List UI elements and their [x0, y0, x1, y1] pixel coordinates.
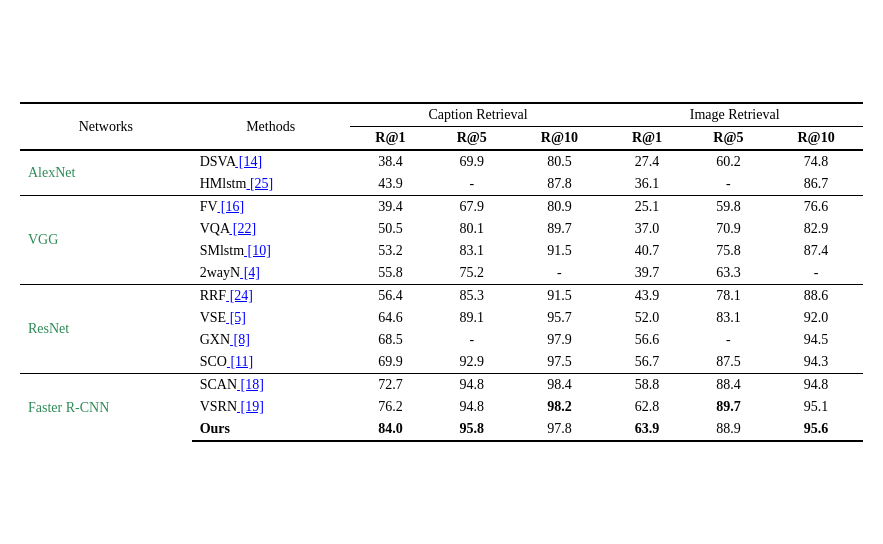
col-r1-caption: R@1 [350, 127, 431, 151]
value-cell-cr5: 92.9 [431, 351, 512, 374]
value-cell-cr1: 64.6 [350, 307, 431, 329]
value-cell-ir5: 59.8 [688, 196, 769, 219]
citation: [22] [229, 221, 256, 236]
value-cell-ir10: 82.9 [769, 218, 863, 240]
value-cell-cr10: 95.7 [513, 307, 607, 329]
value-cell-cr10: 80.5 [513, 150, 607, 173]
citation: [16] [217, 199, 244, 214]
method-cell: SCAN [18] [192, 374, 350, 397]
value-cell-cr10: - [513, 262, 607, 285]
value-cell-cr5: 95.8 [431, 418, 512, 441]
value-cell-cr5: 89.1 [431, 307, 512, 329]
citation: [10] [244, 243, 271, 258]
value-cell-ir1: 43.9 [606, 285, 687, 308]
value-cell-cr10: 97.5 [513, 351, 607, 374]
value-cell-cr1: 69.9 [350, 351, 431, 374]
value-cell-ir1: 56.6 [606, 329, 687, 351]
citation: [4] [240, 265, 260, 280]
citation: [19] [237, 399, 264, 414]
col-header-networks: Networks [20, 103, 192, 150]
value-cell-ir10: 86.7 [769, 173, 863, 196]
method-cell: DSVA [14] [192, 150, 350, 173]
col-r5-caption: R@5 [431, 127, 512, 151]
value-cell-ir5: 70.9 [688, 218, 769, 240]
col-r10-image: R@10 [769, 127, 863, 151]
value-cell-ir10: 74.8 [769, 150, 863, 173]
value-cell-cr10: 91.5 [513, 240, 607, 262]
value-cell-cr1: 53.2 [350, 240, 431, 262]
citation: [25] [246, 176, 273, 191]
citation: [11] [227, 354, 253, 369]
citation: [24] [226, 288, 253, 303]
value-cell-ir10: 88.6 [769, 285, 863, 308]
value-cell-ir10: 95.6 [769, 418, 863, 441]
value-cell-ir1: 25.1 [606, 196, 687, 219]
value-cell-cr1: 56.4 [350, 285, 431, 308]
value-cell-cr5: 69.9 [431, 150, 512, 173]
value-cell-cr5: 67.9 [431, 196, 512, 219]
value-cell-cr10: 98.4 [513, 374, 607, 397]
method-cell: VQA [22] [192, 218, 350, 240]
value-cell-ir10: 95.1 [769, 396, 863, 418]
method-cell: SMlstm [10] [192, 240, 350, 262]
method-cell: 2wayN [4] [192, 262, 350, 285]
citation: [14] [235, 154, 262, 169]
value-cell-ir10: 76.6 [769, 196, 863, 219]
network-cell: AlexNet [20, 150, 192, 196]
value-cell-cr10: 89.7 [513, 218, 607, 240]
value-cell-ir5: 88.9 [688, 418, 769, 441]
value-cell-cr5: 83.1 [431, 240, 512, 262]
value-cell-ir5: 63.3 [688, 262, 769, 285]
value-cell-cr1: 38.4 [350, 150, 431, 173]
col-r1-image: R@1 [606, 127, 687, 151]
method-cell: HMlstm [25] [192, 173, 350, 196]
value-cell-ir10: 94.5 [769, 329, 863, 351]
network-cell: Faster R-CNN [20, 374, 192, 442]
value-cell-cr5: - [431, 173, 512, 196]
value-cell-ir5: 75.8 [688, 240, 769, 262]
value-cell-cr10: 97.9 [513, 329, 607, 351]
method-cell: VSRN [19] [192, 396, 350, 418]
col-header-image-retrieval: Image Retrieval [606, 103, 863, 127]
value-cell-cr1: 55.8 [350, 262, 431, 285]
value-cell-ir1: 39.7 [606, 262, 687, 285]
value-cell-ir5: - [688, 173, 769, 196]
value-cell-ir1: 63.9 [606, 418, 687, 441]
value-cell-cr10: 87.8 [513, 173, 607, 196]
value-cell-cr10: 91.5 [513, 285, 607, 308]
value-cell-ir5: 89.7 [688, 396, 769, 418]
value-cell-cr1: 50.5 [350, 218, 431, 240]
col-r10-caption: R@10 [513, 127, 607, 151]
value-cell-cr10: 98.2 [513, 396, 607, 418]
header-top-row: Networks Methods Caption Retrieval Image… [20, 103, 863, 127]
method-cell: GXN [8] [192, 329, 350, 351]
table-row: ResNetRRF [24]56.485.391.543.978.188.6 [20, 285, 863, 308]
value-cell-cr1: 72.7 [350, 374, 431, 397]
value-cell-ir10: 87.4 [769, 240, 863, 262]
value-cell-cr1: 39.4 [350, 196, 431, 219]
col-header-methods: Methods [192, 103, 350, 150]
value-cell-ir5: 87.5 [688, 351, 769, 374]
results-table: Networks Methods Caption Retrieval Image… [20, 102, 863, 442]
method-cell: FV [16] [192, 196, 350, 219]
value-cell-ir1: 27.4 [606, 150, 687, 173]
value-cell-cr5: 94.8 [431, 374, 512, 397]
value-cell-ir5: - [688, 329, 769, 351]
value-cell-ir10: 94.8 [769, 374, 863, 397]
value-cell-ir1: 58.8 [606, 374, 687, 397]
value-cell-cr10: 80.9 [513, 196, 607, 219]
method-cell: SCO [11] [192, 351, 350, 374]
citation: [18] [237, 377, 264, 392]
col-r5-image: R@5 [688, 127, 769, 151]
value-cell-cr5: 94.8 [431, 396, 512, 418]
value-cell-ir10: 94.3 [769, 351, 863, 374]
method-cell: Ours [192, 418, 350, 441]
value-cell-ir5: 78.1 [688, 285, 769, 308]
value-cell-ir10: 92.0 [769, 307, 863, 329]
table-row: VGGFV [16]39.467.980.925.159.876.6 [20, 196, 863, 219]
value-cell-cr1: 43.9 [350, 173, 431, 196]
table-row: AlexNetDSVA [14]38.469.980.527.460.274.8 [20, 150, 863, 173]
value-cell-ir1: 62.8 [606, 396, 687, 418]
table-row: Faster R-CNNSCAN [18]72.794.898.458.888.… [20, 374, 863, 397]
value-cell-ir1: 36.1 [606, 173, 687, 196]
